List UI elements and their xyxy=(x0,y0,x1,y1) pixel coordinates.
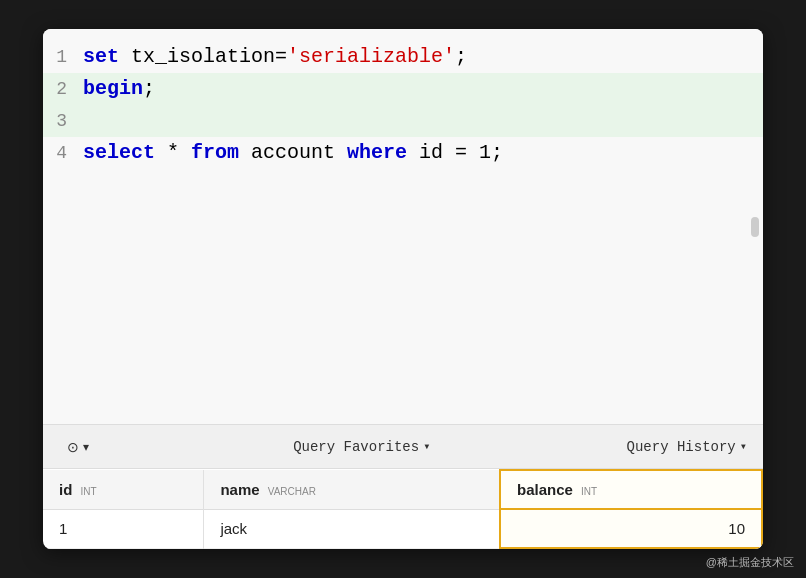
menu-button[interactable]: ⊙ ▾ xyxy=(59,435,97,459)
table-header-row: id INT name VARCHAR balance INT xyxy=(43,470,762,509)
line-number-3: 3 xyxy=(43,105,83,137)
history-chevron: ▾ xyxy=(740,439,747,454)
menu-icon: ⊙ xyxy=(67,439,79,455)
menu-chevron: ▾ xyxy=(83,440,89,454)
code-line-1: 1 set tx_isolation='serializable'; xyxy=(43,41,763,73)
table-row: 1 jack 10 xyxy=(43,509,762,548)
line-content-1: set tx_isolation='serializable'; xyxy=(83,41,467,73)
history-section: Query History ▾ xyxy=(627,439,747,455)
favorites-label: Query Favorites xyxy=(293,439,419,455)
code-line-2: 2 begin; xyxy=(43,73,763,105)
col-header-id: id INT xyxy=(43,470,204,509)
line-number-4: 4 xyxy=(43,137,83,169)
favorites-chevron: ▾ xyxy=(423,439,430,454)
cell-name: jack xyxy=(204,509,500,548)
cell-id: 1 xyxy=(43,509,204,548)
col-header-balance: balance INT xyxy=(500,470,762,509)
cell-balance: 10 xyxy=(500,509,762,548)
line-content-2: begin; xyxy=(83,73,155,105)
favorites-section: Query Favorites ▾ xyxy=(293,439,430,455)
main-window: 1 set tx_isolation='serializable'; 2 beg… xyxy=(43,29,763,549)
col-header-name: name VARCHAR xyxy=(204,470,500,509)
watermark: @稀土掘金技术区 xyxy=(706,555,794,570)
history-label: Query History xyxy=(627,439,736,455)
toolbar: ⊙ ▾ Query Favorites ▾ Query History ▾ xyxy=(43,424,763,468)
code-line-4: 4 select * from account where id = 1; xyxy=(43,137,763,169)
code-lines: 1 set tx_isolation='serializable'; 2 beg… xyxy=(43,29,763,181)
code-editor[interactable]: 1 set tx_isolation='serializable'; 2 beg… xyxy=(43,29,763,424)
line-number-1: 1 xyxy=(43,41,83,73)
results-table-container: id INT name VARCHAR balance INT 1 jack xyxy=(43,468,763,549)
line-content-4: select * from account where id = 1; xyxy=(83,137,503,169)
results-table: id INT name VARCHAR balance INT 1 jack xyxy=(43,469,763,549)
line-number-2: 2 xyxy=(43,73,83,105)
code-line-3: 3 xyxy=(43,105,763,137)
line-content-3 xyxy=(83,105,95,137)
scrollbar[interactable] xyxy=(751,217,759,237)
